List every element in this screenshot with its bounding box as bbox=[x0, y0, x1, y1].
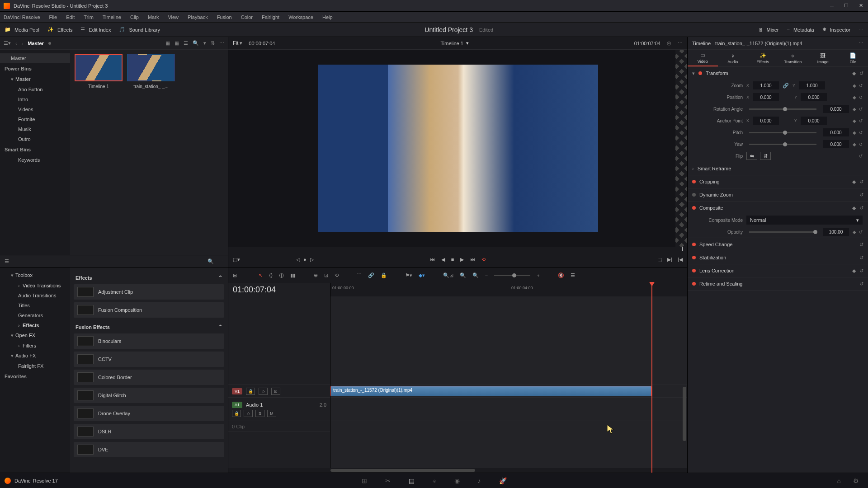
menu-view[interactable]: View bbox=[168, 14, 179, 20]
track-badge-v1[interactable]: V1 bbox=[232, 388, 242, 394]
reset-icon[interactable]: ↺ bbox=[859, 95, 863, 100]
position-x-input[interactable] bbox=[753, 93, 779, 101]
timeline-clip[interactable]: train_station_-_11572 (Original)(1).mp4 bbox=[330, 386, 651, 396]
bin-master[interactable]: Master bbox=[0, 53, 70, 63]
flag-icon[interactable]: ⚑▾ bbox=[405, 272, 412, 278]
keyframe-icon[interactable]: ◆ bbox=[853, 118, 856, 123]
cropping-section[interactable]: Cropping ◆↺ bbox=[688, 175, 868, 188]
collapse-icon[interactable]: ⌃ bbox=[218, 275, 222, 281]
tab-effects[interactable]: ✨Effects bbox=[748, 50, 778, 66]
reset-icon[interactable]: ↺ bbox=[859, 205, 863, 211]
mute-icon[interactable]: 🔇 bbox=[558, 272, 564, 278]
clip-train-station[interactable]: train_station_-_... bbox=[127, 54, 175, 89]
nav-back-icon[interactable]: ‹ bbox=[15, 41, 17, 46]
zoom-in-icon[interactable]: + bbox=[537, 273, 539, 278]
search-options-icon[interactable]: ▾ bbox=[203, 40, 206, 46]
marker-icon[interactable]: ◆▾ bbox=[419, 272, 425, 278]
custom-zoom-icon[interactable]: 🔍 bbox=[472, 272, 479, 278]
effect-colored-border[interactable]: Colored Border bbox=[74, 370, 224, 385]
menu-workspace[interactable]: Workspace bbox=[288, 14, 313, 20]
home-button[interactable]: ⌂ bbox=[837, 477, 841, 484]
reset-icon[interactable]: ↺ bbox=[859, 230, 863, 235]
section-enabled-icon[interactable] bbox=[692, 269, 696, 272]
bypass-icon[interactable]: ◎ bbox=[667, 40, 671, 46]
toolbox-node[interactable]: ▾Toolbox bbox=[0, 270, 70, 281]
position-y-input[interactable] bbox=[801, 93, 827, 101]
window-maximize-button[interactable]: ☐ bbox=[843, 2, 850, 9]
timeline-scrollbar-h[interactable] bbox=[228, 468, 687, 473]
zoom-slider[interactable] bbox=[494, 275, 530, 276]
menu-mark[interactable]: Mark bbox=[148, 14, 159, 20]
inspector-toggle[interactable]: ✱ Inspector bbox=[822, 27, 850, 33]
composite-section[interactable]: Composite ◆↺ bbox=[688, 202, 868, 214]
bin-outro[interactable]: Outro bbox=[0, 134, 70, 144]
track-disable-icon[interactable]: ⊡ bbox=[271, 388, 280, 395]
tab-file[interactable]: 📄File bbox=[838, 50, 868, 66]
reset-icon[interactable]: ↺ bbox=[859, 268, 863, 274]
opacity-slider[interactable] bbox=[749, 231, 816, 233]
effect-adjustment-clip[interactable]: Adjustment Clip bbox=[74, 284, 224, 300]
reset-icon[interactable]: ↺ bbox=[859, 255, 863, 261]
composite-mode-select[interactable]: Normal▾ bbox=[746, 216, 863, 225]
window-close-button[interactable]: ✕ bbox=[857, 2, 864, 9]
track-lock-icon[interactable]: 🔒 bbox=[246, 388, 255, 395]
opacity-input[interactable] bbox=[823, 228, 849, 236]
keyframe-icon[interactable]: ◆ bbox=[852, 205, 856, 211]
nav-forward-icon[interactable]: › bbox=[22, 41, 24, 46]
flip-v-button[interactable]: ⇵ bbox=[760, 152, 771, 160]
cut-page-tab[interactable]: ✂ bbox=[385, 477, 391, 484]
lens-correction-section[interactable]: Lens Correction ◆↺ bbox=[688, 264, 868, 277]
smart-bins-section[interactable]: Smart Bins bbox=[0, 144, 70, 155]
bin-master-power[interactable]: ▾Master bbox=[0, 74, 70, 84]
effect-dve[interactable]: DVE bbox=[74, 442, 224, 457]
position-lock-icon[interactable]: 🔒 bbox=[381, 272, 387, 278]
match-frame-prev-icon[interactable]: ◁ bbox=[296, 257, 300, 263]
overwrite-clip-icon[interactable]: ⊡ bbox=[324, 272, 328, 278]
insert-clip-icon[interactable]: ⊕ bbox=[314, 272, 318, 278]
menu-help[interactable]: Help bbox=[322, 14, 333, 20]
dynamic-zoom-section[interactable]: Dynamic Zoom ↺ bbox=[688, 188, 868, 201]
pitch-slider[interactable] bbox=[749, 132, 816, 133]
stop-button[interactable]: ■ bbox=[451, 257, 454, 262]
reset-icon[interactable]: ↺ bbox=[859, 83, 863, 88]
mute-button[interactable]: M bbox=[267, 410, 276, 417]
bin-abo-button[interactable]: Abo Button bbox=[0, 84, 70, 94]
yaw-input[interactable] bbox=[823, 140, 849, 148]
video-transitions-node[interactable]: ›Video Transitions bbox=[0, 281, 70, 291]
bin-fortnite[interactable]: Fortnite bbox=[0, 114, 70, 124]
reset-icon[interactable]: ↺ bbox=[859, 142, 863, 147]
color-page-tab[interactable]: ◉ bbox=[454, 477, 460, 484]
anchor-y-input[interactable] bbox=[801, 117, 827, 125]
titles-node[interactable]: Titles bbox=[0, 300, 70, 310]
menu-fusion[interactable]: Fusion bbox=[217, 14, 232, 20]
toolbar-more-icon[interactable]: ⋯ bbox=[859, 27, 863, 33]
next-frame-button[interactable]: ⏭ bbox=[470, 257, 475, 262]
playhead[interactable] bbox=[651, 283, 652, 473]
blade-tool-icon[interactable]: ▮▮ bbox=[290, 272, 296, 278]
keyframe-icon[interactable]: ◆ bbox=[853, 95, 856, 100]
loop-button[interactable]: ⟲ bbox=[481, 257, 486, 263]
power-bins-section[interactable]: Power Bins bbox=[0, 63, 70, 74]
keyframe-icon[interactable]: ◆ bbox=[853, 142, 856, 147]
replace-clip-icon[interactable]: ⟲ bbox=[335, 272, 339, 278]
bin-keywords[interactable]: Keywords bbox=[0, 155, 70, 165]
section-enabled-icon[interactable] bbox=[692, 243, 696, 246]
timeline-scrollbar-v[interactable] bbox=[683, 387, 686, 441]
timeline-ticks[interactable]: 01:00:00:00 01:00:04:00 bbox=[330, 283, 687, 296]
effects-search-icon[interactable]: 🔍 bbox=[208, 258, 214, 264]
tracks-area[interactable]: train_station_-_11572 (Original)(1).mp4 bbox=[330, 296, 687, 468]
mixer-toggle[interactable]: 🎚 Mixer bbox=[758, 27, 779, 33]
section-enabled-icon[interactable] bbox=[692, 256, 696, 259]
metadata-view-icon[interactable]: ▦ bbox=[165, 40, 170, 46]
keyframe-icon[interactable]: ◆ bbox=[853, 130, 856, 135]
edit-page-tab[interactable]: ▤ bbox=[409, 477, 415, 484]
reset-icon[interactable]: ↺ bbox=[859, 281, 863, 287]
rotation-slider[interactable] bbox=[749, 108, 816, 110]
keyframe-icon[interactable]: ◆ bbox=[853, 230, 856, 235]
menu-trim[interactable]: Trim bbox=[84, 14, 94, 20]
effects-panel-icon[interactable]: ☰ bbox=[5, 258, 9, 264]
section-enabled-icon[interactable] bbox=[692, 206, 696, 210]
effects-toggle[interactable]: ✨ Effects bbox=[47, 27, 72, 33]
media-more-icon[interactable]: ⋯ bbox=[219, 40, 224, 46]
menu-file[interactable]: File bbox=[49, 14, 57, 20]
